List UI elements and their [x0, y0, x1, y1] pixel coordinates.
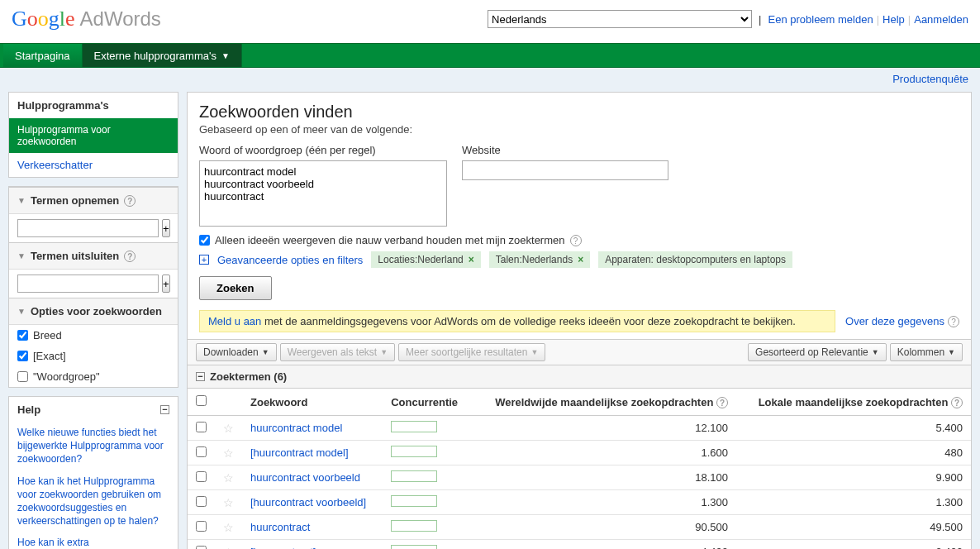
local-searches: 9.900 — [736, 465, 971, 490]
col-competition[interactable]: Concurrentie — [383, 389, 471, 416]
content: Zoekwoorden vinden Gebaseerd op een of m… — [187, 92, 972, 549]
help-link-item[interactable]: Hoe kan ik het Hulpprogramma voor zoekwo… — [17, 475, 169, 528]
row-checkbox[interactable] — [196, 496, 207, 507]
exact-checkbox[interactable] — [17, 351, 28, 361]
row-checkbox[interactable] — [196, 521, 207, 532]
columns-button[interactable]: Kolommen▼ — [890, 343, 963, 361]
keyword-link[interactable]: huurcontract model — [250, 422, 342, 434]
help-link-item[interactable]: Welke nieuwe functies biedt het bijgewer… — [17, 426, 169, 466]
header-right: Nederlands | Een probleem melden | Help … — [488, 10, 968, 28]
keyword-link[interactable]: [huurcontract voorbeeld] — [250, 496, 366, 508]
about-data-link[interactable]: Over deze gegevens — [845, 315, 944, 327]
star-icon[interactable]: ☆ — [223, 446, 234, 460]
sidebar-item-keyword-tool[interactable]: Hulpprogramma voor zoekwoorden — [9, 118, 178, 153]
keyword-link[interactable]: [huurcontract model] — [250, 446, 349, 459]
local-searches: 5.400 — [736, 416, 971, 441]
keyword-link[interactable]: [huurcontract] — [250, 546, 316, 549]
exclude-terms-label: Termen uitsluiten — [31, 250, 119, 262]
broad-checkbox[interactable] — [17, 330, 28, 341]
chevron-down-icon: ▼ — [530, 348, 538, 356]
help-icon[interactable]: ? — [951, 397, 963, 408]
star-icon[interactable]: ☆ — [223, 496, 234, 509]
login-link[interactable]: Aanmelden — [914, 13, 968, 26]
section-title: Zoektermen (6) — [210, 370, 287, 383]
table-row: ☆[huurcontract]4.4002.400 — [188, 540, 971, 550]
search-button[interactable]: Zoeken — [199, 276, 272, 300]
row-checkbox[interactable] — [196, 471, 207, 482]
signin-link[interactable]: Meld u aan — [208, 315, 261, 327]
col-local[interactable]: Lokale maandelijkse zoekopdrachten ? — [736, 389, 971, 416]
btn-label: Kolommen — [897, 346, 944, 358]
keyword-options-header[interactable]: ▼ Opties voor zoekwoorden — [9, 298, 178, 325]
keyword-textarea[interactable] — [199, 160, 447, 227]
help-link[interactable]: Help — [882, 13, 905, 26]
help-icon[interactable]: ? — [716, 397, 728, 408]
website-label: Website — [462, 144, 668, 156]
results-table: Zoekwoord Concurrentie Wereldwijde maand… — [188, 389, 971, 549]
sort-button[interactable]: Gesorteerd op Relevantie▼ — [748, 343, 887, 361]
table-row: ☆[huurcontract voorbeeld]1.3001.300 — [188, 490, 971, 515]
help-icon[interactable]: ? — [124, 251, 136, 262]
star-icon[interactable]: ☆ — [223, 471, 234, 485]
col-label: Lokale maandelijkse zoekopdrachten — [759, 396, 949, 408]
help-icon[interactable]: ? — [570, 235, 582, 246]
sidebar-item-traffic[interactable]: Verkeerschatter — [9, 153, 178, 177]
row-checkbox[interactable] — [196, 446, 207, 457]
close-icon[interactable]: × — [469, 254, 474, 265]
close-icon[interactable]: × — [578, 254, 583, 265]
exclude-terms-header[interactable]: ▼ Termen uitsluiten ? — [9, 242, 178, 270]
col-global[interactable]: Wereldwijde maandelijkse zoekopdrachten … — [471, 389, 736, 416]
header: Google AdWords Nederlands | Een probleem… — [0, 0, 980, 43]
keyword-options-label: Opties voor zoekwoorden — [31, 305, 162, 317]
select-all-checkbox[interactable] — [196, 395, 207, 406]
only-close-ideas-checkbox[interactable] — [199, 235, 210, 246]
local-searches: 480 — [736, 441, 971, 465]
more-like-button[interactable]: Meer soortgelijke resultaten▼ — [398, 343, 545, 361]
tab-external-tools[interactable]: Externe hulpprogramma's ▼ — [83, 44, 242, 67]
table-row: ☆huurcontract90.50049.500 — [188, 515, 971, 540]
star-icon[interactable]: ☆ — [223, 546, 234, 550]
plus-icon[interactable]: + — [199, 255, 209, 265]
include-terms-header[interactable]: ▼ Termen opnemen ? — [9, 187, 178, 214]
help-link-item[interactable]: Hoe kan ik extra zoekwoordsuggesties ver… — [17, 536, 169, 549]
broad-label: Breed — [33, 329, 62, 341]
competition-bar — [391, 495, 437, 507]
row-checkbox[interactable] — [196, 546, 207, 550]
competition-bar — [391, 545, 437, 549]
add-include-button[interactable]: + — [162, 219, 170, 237]
help-icon[interactable]: ? — [124, 195, 136, 207]
phrase-checkbox[interactable] — [17, 371, 28, 382]
exclude-terms-input[interactable] — [17, 274, 159, 293]
minus-icon: − — [196, 372, 205, 381]
keyword-link[interactable]: huurcontract voorbeeld — [250, 471, 360, 484]
header-links: Een probleem melden | Help | Aanmelden — [768, 13, 968, 26]
pill-label: Talen:Nederlands — [496, 254, 573, 265]
website-input[interactable] — [462, 160, 668, 180]
table-row: ☆huurcontract model12.1005.400 — [188, 416, 971, 441]
sidebar: Hulpprogramma's Hulpprogramma voor zoekw… — [8, 92, 178, 549]
btn-label: Downloaden — [203, 346, 259, 358]
search-terms-section-header[interactable]: − Zoektermen (6) — [188, 365, 971, 389]
global-searches: 1.300 — [471, 490, 736, 515]
tab-startpage[interactable]: Startpagina — [3, 44, 83, 67]
btn-label: Meer soortgelijke resultaten — [406, 346, 527, 358]
product-survey-link[interactable]: Productenquête — [892, 73, 968, 85]
star-icon[interactable]: ☆ — [223, 422, 234, 435]
star-icon[interactable]: ☆ — [223, 521, 234, 534]
keyword-link[interactable]: huurcontract — [250, 521, 310, 533]
row-checkbox[interactable] — [196, 422, 207, 432]
help-icon[interactable]: ? — [948, 316, 959, 327]
add-exclude-button[interactable]: + — [162, 274, 170, 293]
pill-label: Locaties:Nederland — [378, 254, 463, 265]
view-as-text-button[interactable]: Weergeven als tekst▼ — [280, 343, 395, 361]
competition-bar — [391, 520, 437, 532]
report-problem-link[interactable]: Een probleem melden — [768, 13, 873, 26]
chevron-down-icon: ▼ — [221, 51, 230, 60]
language-select[interactable]: Nederlands — [488, 10, 752, 28]
col-keyword[interactable]: Zoekwoord — [242, 389, 383, 416]
minus-icon[interactable]: − — [160, 405, 169, 414]
include-terms-input[interactable] — [17, 219, 159, 237]
advanced-filters-link[interactable]: Geavanceerde opties en filters — [217, 254, 363, 266]
traffic-estimator-link[interactable]: Verkeerschatter — [17, 159, 93, 171]
download-button[interactable]: Downloaden▼ — [196, 343, 277, 361]
